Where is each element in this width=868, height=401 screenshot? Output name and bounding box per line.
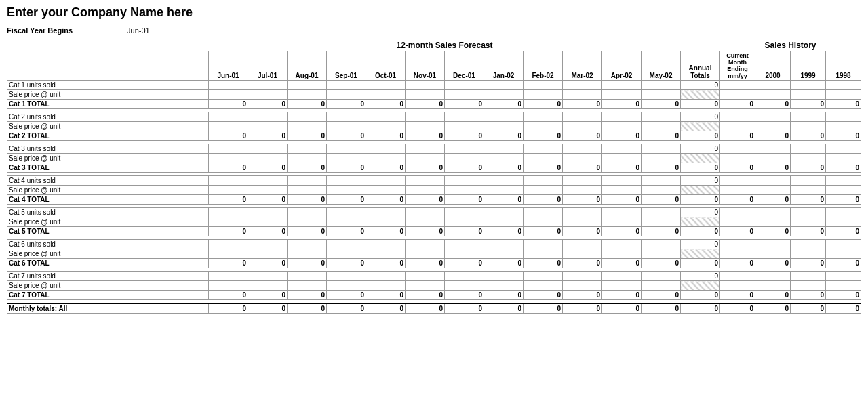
cat7-units-oct[interactable] [366, 272, 406, 281]
cat1-units-jul[interactable] [248, 81, 288, 90]
cat2-price-sep[interactable] [327, 122, 366, 131]
cat6-price-dec[interactable] [445, 249, 484, 259]
cat2-price-feb[interactable] [524, 122, 563, 131]
cat7-units-sep[interactable] [327, 272, 366, 281]
cat7-price-jul[interactable] [248, 281, 288, 291]
cat3-units-feb[interactable] [524, 144, 563, 154]
cat4-price-may[interactable] [642, 186, 681, 195]
cat6-units-feb[interactable] [524, 240, 563, 249]
cat3-units-nov[interactable] [406, 144, 445, 154]
cat3-price-jan[interactable] [484, 154, 524, 163]
cat2-price-jul[interactable] [248, 122, 288, 131]
cat4-price-aug[interactable] [288, 186, 327, 195]
cat5-price-nov[interactable] [406, 217, 445, 227]
cat4-price-feb[interactable] [524, 186, 563, 195]
cat6-units-mar[interactable] [563, 240, 602, 249]
cat4-price-oct[interactable] [366, 186, 406, 195]
cat6-units-jul[interactable] [248, 240, 288, 249]
cat4-units-apr[interactable] [602, 176, 642, 186]
cat2-units-nov[interactable] [406, 112, 445, 122]
cat5-price-jan[interactable] [484, 217, 524, 227]
cat6-price-oct[interactable] [366, 249, 406, 259]
cat1-units-oct[interactable] [366, 81, 406, 90]
cat4-units-may[interactable] [642, 176, 681, 186]
cat4-price-jun[interactable] [209, 186, 248, 195]
cat7-units-jun[interactable] [209, 272, 248, 281]
cat5-units-jul[interactable] [248, 208, 288, 217]
cat3-price-jun[interactable] [209, 154, 248, 163]
cat6-units-jan[interactable] [484, 240, 524, 249]
cat5-price-mar[interactable] [563, 217, 602, 227]
cat1-price-jun[interactable] [209, 90, 248, 100]
cat6-units-jun[interactable] [209, 240, 248, 249]
cat2-units-feb[interactable] [524, 112, 563, 122]
cat3-units-oct[interactable] [366, 144, 406, 154]
cat5-price-apr[interactable] [602, 217, 642, 227]
cat3-units-jun[interactable] [209, 144, 248, 154]
cat5-price-jul[interactable] [248, 217, 288, 227]
cat6-units-oct[interactable] [366, 240, 406, 249]
cat3-units-mar[interactable] [563, 144, 602, 154]
cat2-units-jun[interactable] [209, 112, 248, 122]
cat6-units-may[interactable] [642, 240, 681, 249]
cat2-price-may[interactable] [642, 122, 681, 131]
cat7-price-apr[interactable] [602, 281, 642, 291]
cat2-units-aug[interactable] [288, 112, 327, 122]
cat3-price-dec[interactable] [445, 154, 484, 163]
cat5-price-sep[interactable] [327, 217, 366, 227]
cat3-price-aug[interactable] [288, 154, 327, 163]
cat5-units-oct[interactable] [366, 208, 406, 217]
cat3-price-apr[interactable] [602, 154, 642, 163]
cat3-price-oct[interactable] [366, 154, 406, 163]
cat6-units-apr[interactable] [602, 240, 642, 249]
cat5-units-may[interactable] [642, 208, 681, 217]
cat5-units-sep[interactable] [327, 208, 366, 217]
cat1-price-may[interactable] [642, 90, 681, 100]
cat5-units-apr[interactable] [602, 208, 642, 217]
cat2-price-jan[interactable] [484, 122, 524, 131]
cat2-units-jan[interactable] [484, 112, 524, 122]
cat1-price-jul[interactable] [248, 90, 288, 100]
cat7-price-mar[interactable] [563, 281, 602, 291]
cat7-units-aug[interactable] [288, 272, 327, 281]
cat7-units-dec[interactable] [445, 272, 484, 281]
cat2-units-oct[interactable] [366, 112, 406, 122]
cat7-price-jun[interactable] [209, 281, 248, 291]
cat5-units-aug[interactable] [288, 208, 327, 217]
cat2-units-sep[interactable] [327, 112, 366, 122]
cat3-price-may[interactable] [642, 154, 681, 163]
cat2-price-mar[interactable] [563, 122, 602, 131]
cat7-price-nov[interactable] [406, 281, 445, 291]
cat5-units-dec[interactable] [445, 208, 484, 217]
cat5-price-dec[interactable] [445, 217, 484, 227]
cat1-price-nov[interactable] [406, 90, 445, 100]
cat4-units-sep[interactable] [327, 176, 366, 186]
cat4-price-nov[interactable] [406, 186, 445, 195]
cat4-units-feb[interactable] [524, 176, 563, 186]
cat6-price-mar[interactable] [563, 249, 602, 259]
cat7-price-jan[interactable] [484, 281, 524, 291]
cat1-price-feb[interactable] [524, 90, 563, 100]
cat5-units-nov[interactable] [406, 208, 445, 217]
cat6-price-apr[interactable] [602, 249, 642, 259]
cat4-price-jan[interactable] [484, 186, 524, 195]
cat4-units-jan[interactable] [484, 176, 524, 186]
cat6-price-jun[interactable] [209, 249, 248, 259]
cat7-price-dec[interactable] [445, 281, 484, 291]
cat2-price-jun[interactable] [209, 122, 248, 131]
cat2-units-may[interactable] [642, 112, 681, 122]
cat3-units-sep[interactable] [327, 144, 366, 154]
cat1-price-apr[interactable] [602, 90, 642, 100]
cat3-price-nov[interactable] [406, 154, 445, 163]
cat3-units-dec[interactable] [445, 144, 484, 154]
cat7-units-apr[interactable] [602, 272, 642, 281]
cat5-price-aug[interactable] [288, 217, 327, 227]
cat2-units-jul[interactable] [248, 112, 288, 122]
cat1-price-aug[interactable] [288, 90, 327, 100]
cat3-units-apr[interactable] [602, 144, 642, 154]
cat3-units-aug[interactable] [288, 144, 327, 154]
cat1-units-apr[interactable] [602, 81, 642, 90]
cat5-price-feb[interactable] [524, 217, 563, 227]
cat6-units-aug[interactable] [288, 240, 327, 249]
cat4-units-jul[interactable] [248, 176, 288, 186]
